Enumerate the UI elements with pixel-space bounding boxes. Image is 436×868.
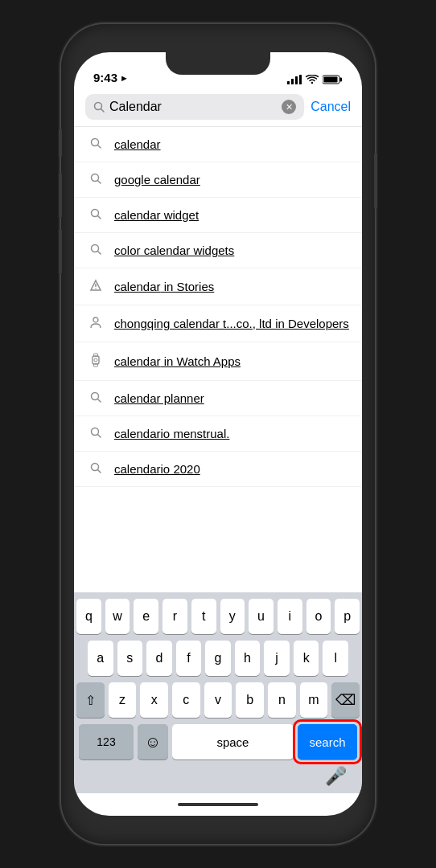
svg-line-31 — [98, 470, 101, 473]
phone-frame: 9:43 ► — [61, 24, 375, 844]
microphone-icon[interactable]: 🎤 — [325, 766, 347, 787]
key-n[interactable]: n — [268, 682, 296, 718]
list-item[interactable]: color calendar widgets — [74, 233, 362, 268]
svg-line-27 — [98, 399, 101, 403]
key-i[interactable]: i — [278, 599, 302, 634]
key-o[interactable]: o — [306, 599, 331, 634]
search-key-wrap: search — [298, 724, 357, 760]
svg-rect-3 — [299, 75, 302, 84]
list-item[interactable]: calendario 2020 — [74, 452, 362, 487]
key-l[interactable]: l — [323, 641, 348, 676]
key-b[interactable]: b — [236, 682, 264, 718]
list-item[interactable]: calendar widget — [74, 198, 362, 233]
key-c[interactable]: c — [172, 682, 200, 718]
key-y[interactable]: y — [220, 599, 245, 634]
wifi-icon — [306, 75, 319, 84]
search-input-wrap[interactable]: Calendar ✕ — [85, 94, 304, 120]
list-item[interactable]: calendar planner — [74, 381, 362, 416]
phone-screen: 9:43 ► — [74, 52, 362, 816]
keyboard-row-3: ⇧ z x c v b n m ⌫ — [76, 682, 360, 718]
volume-up-button — [59, 173, 62, 218]
key-s[interactable]: s — [117, 641, 143, 676]
home-indicator — [74, 793, 362, 816]
key-t[interactable]: t — [191, 599, 216, 634]
delete-key[interactable]: ⌫ — [331, 682, 360, 718]
key-v[interactable]: v — [204, 682, 232, 718]
key-w[interactable]: w — [105, 599, 130, 634]
clear-button[interactable]: ✕ — [282, 100, 296, 114]
svg-point-21 — [93, 317, 98, 322]
suggestion-label: calendar planner — [114, 391, 204, 405]
svg-rect-2 — [295, 76, 298, 84]
key-e[interactable]: e — [134, 599, 158, 634]
key-z[interactable]: z — [109, 682, 137, 718]
suggestion-label: color calendar widgets — [114, 244, 234, 257]
svg-rect-0 — [287, 81, 290, 84]
list-item[interactable]: google calendar — [74, 162, 362, 198]
key-m[interactable]: m — [300, 682, 328, 718]
suggestion-label: calendar in Watch Apps — [114, 354, 241, 368]
search-suggestion-icon — [87, 427, 105, 440]
location-icon: ► — [120, 73, 129, 83]
search-input-text[interactable]: Calendar — [109, 100, 277, 114]
list-item[interactable]: calendar in Stories — [74, 268, 362, 305]
search-suggestion-icon — [87, 208, 105, 222]
key-g[interactable]: g — [205, 641, 231, 676]
list-item[interactable]: calendario menstrual. — [74, 416, 362, 452]
cancel-button[interactable]: Cancel — [311, 100, 351, 114]
numbers-key[interactable]: 123 — [79, 724, 134, 760]
list-item[interactable]: chongqing calendar t...co., ltd in Devel… — [74, 305, 362, 342]
key-a[interactable]: a — [88, 641, 113, 676]
space-key[interactable]: space — [172, 724, 294, 760]
key-q[interactable]: q — [76, 599, 101, 634]
keyboard: q w e r t y u i o p a s d f g — [74, 592, 362, 793]
svg-point-25 — [94, 358, 97, 362]
keyboard-row-1: q w e r t y u i o p — [76, 599, 360, 634]
notch — [166, 52, 270, 75]
stories-suggestion-icon — [87, 279, 105, 294]
suggestions-list: calendar google calendar calendar widget — [74, 127, 362, 592]
search-suggestion-icon — [87, 137, 105, 151]
search-icon — [93, 101, 105, 113]
spacer — [89, 766, 113, 787]
svg-point-4 — [311, 82, 313, 84]
suggestion-label: calendario 2020 — [114, 462, 200, 476]
developer-suggestion-icon — [87, 316, 105, 331]
list-item[interactable]: calendar — [74, 127, 362, 162]
keyboard-row-2: a s d f g h j k l — [76, 641, 360, 676]
key-j[interactable]: j — [264, 641, 290, 676]
svg-line-17 — [98, 252, 101, 255]
key-x[interactable]: x — [140, 682, 168, 718]
svg-point-20 — [95, 288, 96, 289]
keyboard-mic-row: 🎤 — [76, 764, 360, 790]
svg-rect-6 — [340, 78, 343, 82]
key-p[interactable]: p — [335, 599, 360, 634]
svg-line-15 — [98, 216, 101, 219]
emoji-key[interactable]: ☺ — [138, 724, 168, 760]
home-bar — [178, 803, 258, 806]
time-display: 9:43 — [93, 71, 117, 84]
signal-icon — [287, 75, 302, 84]
list-item[interactable]: calendar in Watch Apps — [74, 342, 362, 381]
search-suggestion-icon — [87, 244, 105, 257]
key-u[interactable]: u — [249, 599, 274, 634]
status-icons — [287, 75, 343, 84]
svg-rect-1 — [291, 79, 294, 84]
suggestion-label: google calendar — [114, 173, 200, 186]
shift-key[interactable]: ⇧ — [76, 682, 105, 718]
key-h[interactable]: h — [235, 641, 261, 676]
search-suggestion-icon — [87, 462, 105, 476]
key-d[interactable]: d — [146, 641, 172, 676]
key-r[interactable]: r — [162, 599, 187, 634]
key-f[interactable]: f — [176, 641, 202, 676]
silent-switch — [59, 129, 62, 158]
power-button — [374, 153, 377, 209]
search-bar-container: Calendar ✕ Cancel — [74, 88, 362, 127]
svg-line-9 — [101, 109, 105, 113]
watch-suggestion-icon — [87, 353, 105, 370]
suggestion-label: chongqing calendar t...co., ltd in Devel… — [114, 317, 349, 330]
svg-line-13 — [98, 181, 101, 184]
search-key[interactable]: search — [298, 724, 357, 760]
volume-down-button — [59, 229, 62, 274]
key-k[interactable]: k — [294, 641, 319, 676]
